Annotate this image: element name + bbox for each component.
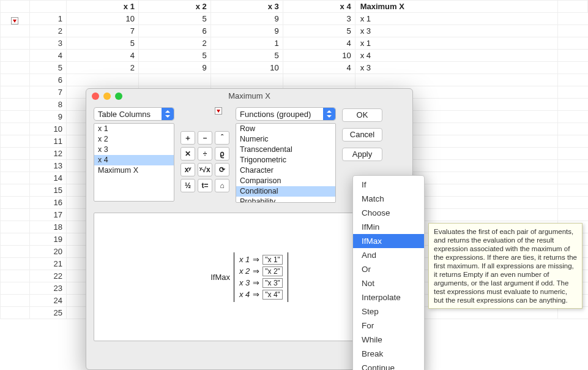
table-row[interactable]: 35214x 1 — [1, 37, 588, 50]
menu-item[interactable]: Choose — [353, 206, 424, 220]
table-row[interactable]: 445510x 4 — [1, 50, 588, 62]
table-row[interactable]: 27695x 3 — [1, 25, 588, 37]
formula-arguments: x 1 ⇒ "x 1"x 2 ⇒ "x 2"x 3 ⇒ "x 3"x 4 ⇒ "… — [234, 252, 288, 302]
function-group-select[interactable]: Functions (grouped) — [236, 107, 336, 121]
columns-listbox[interactable]: x 1x 2x 3x 4Maximum X — [94, 123, 174, 202]
menu-item[interactable]: IfMin — [353, 220, 424, 234]
operator-button[interactable]: － — [198, 131, 212, 145]
operator-button[interactable]: ⌂ — [215, 179, 229, 192]
col-header[interactable]: x 3 — [210, 1, 283, 13]
list-item[interactable]: x 4 — [94, 155, 174, 165]
list-item[interactable]: Character — [236, 165, 335, 176]
menu-item[interactable]: For — [353, 319, 424, 333]
dialog-title: Maximum X — [86, 89, 412, 104]
operator-button[interactable]: t= — [198, 179, 212, 192]
zoom-icon[interactable] — [115, 92, 122, 100]
ok-button[interactable]: OK — [342, 108, 382, 122]
function-tooltip: Evaluates the first of each pair of argu… — [428, 223, 582, 309]
operator-button[interactable]: ½ — [180, 179, 195, 192]
col-header[interactable]: Maximum X — [355, 1, 557, 13]
menu-item[interactable]: Break — [353, 347, 424, 361]
list-item[interactable]: x 2 — [94, 134, 174, 145]
col-header[interactable]: x 1 — [67, 1, 139, 13]
list-item[interactable]: Conditional — [236, 186, 335, 197]
operator-button[interactable]: ⟳ — [215, 163, 229, 176]
table-row[interactable]: 110593x 1 — [1, 13, 588, 25]
col-header[interactable]: x 4 — [283, 1, 355, 13]
apply-button[interactable]: Apply — [342, 148, 382, 161]
function-group-listbox[interactable]: RowNumericTranscendentalTrigonometricCha… — [236, 123, 336, 203]
list-item[interactable]: Row — [236, 124, 335, 134]
menu-item[interactable]: Interpolate — [353, 290, 424, 304]
list-item[interactable]: Transcendental — [236, 145, 335, 155]
column-source-select[interactable]: Table Columns — [94, 107, 174, 121]
operator-button[interactable]: ÷ — [198, 147, 212, 160]
select-label: Functions (grouped) — [240, 110, 311, 119]
menu-item[interactable]: And — [353, 248, 424, 262]
menu-item[interactable]: Continue — [353, 361, 424, 370]
menu-item[interactable]: Match — [353, 192, 424, 206]
menu-item[interactable]: If — [353, 178, 424, 192]
operator-button[interactable]: ＋ — [180, 131, 195, 145]
operator-button[interactable]: ϱ — [215, 147, 229, 160]
list-item[interactable]: Maximum X — [94, 165, 174, 176]
formula-function-name: IfMax — [210, 273, 230, 282]
conditional-functions-menu[interactable]: IfMatchChooseIfMinIfMaxAndOrNotInterpola… — [352, 175, 425, 370]
list-item[interactable]: Trigonometric — [236, 155, 335, 165]
menu-item[interactable]: While — [353, 333, 424, 347]
table-row[interactable]: 6 — [1, 74, 588, 86]
menu-item[interactable]: Or — [353, 262, 424, 276]
menu-item[interactable]: Not — [353, 276, 424, 290]
operator-keypad: ＋－ˆ✕÷ϱxʸʸ√x⟳½t=⌂ — [180, 131, 229, 192]
minimize-icon[interactable] — [103, 92, 111, 100]
chevron-updown-icon — [162, 108, 174, 120]
col-header[interactable]: x 2 — [138, 1, 210, 13]
menu-item[interactable]: Step — [353, 304, 424, 319]
table-row[interactable]: 529104x 3 — [1, 62, 588, 74]
operator-button[interactable]: xʸ — [180, 163, 195, 176]
list-item[interactable]: x 1 — [94, 124, 174, 134]
menu-item[interactable]: IfMax — [353, 234, 424, 248]
list-item[interactable]: Comparison — [236, 176, 335, 186]
operator-button[interactable]: ˆ — [215, 131, 229, 145]
operator-button[interactable]: ✕ — [180, 147, 195, 160]
operator-button[interactable]: ʸ√x — [198, 163, 212, 176]
titlebar[interactable]: Maximum X — [86, 89, 412, 104]
list-item[interactable]: Numeric — [236, 134, 335, 145]
list-item[interactable]: x 3 — [94, 145, 174, 155]
close-icon[interactable] — [92, 92, 99, 100]
cancel-button[interactable]: Cancel — [342, 128, 382, 142]
chevron-updown-icon — [323, 108, 335, 120]
list-item[interactable]: Probability — [236, 197, 335, 203]
keypad-menu-icon[interactable] — [215, 107, 222, 115]
select-label: Table Columns — [98, 110, 151, 119]
